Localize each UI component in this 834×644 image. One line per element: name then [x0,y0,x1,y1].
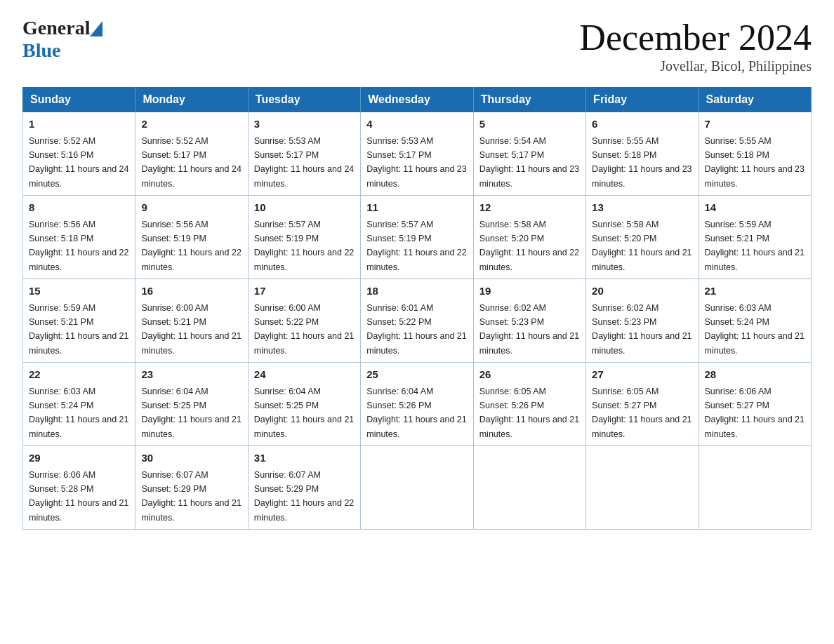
calendar-cell: 26 Sunrise: 6:05 AMSunset: 5:26 PMDaylig… [473,363,585,446]
calendar-cell: 10 Sunrise: 5:57 AMSunset: 5:19 PMDaylig… [248,196,360,279]
calendar-cell: 17 Sunrise: 6:00 AMSunset: 5:22 PMDaylig… [248,279,360,363]
day-number: 2 [141,116,241,133]
calendar-cell: 22 Sunrise: 6:03 AMSunset: 5:24 PMDaylig… [23,363,135,446]
day-info: Sunrise: 6:07 AMSunset: 5:29 PMDaylight:… [254,470,354,523]
day-number: 29 [29,450,129,467]
day-info: Sunrise: 5:57 AMSunset: 5:19 PMDaylight:… [366,220,466,272]
day-info: Sunrise: 5:58 AMSunset: 5:20 PMDaylight:… [592,220,691,272]
calendar-cell: 1 Sunrise: 5:52 AMSunset: 5:16 PMDayligh… [23,112,135,196]
calendar-cell [586,446,699,530]
calendar-cell [699,446,811,530]
day-number: 22 [29,367,129,383]
day-number: 15 [29,283,129,300]
day-info: Sunrise: 6:04 AMSunset: 5:25 PMDaylight:… [254,387,354,439]
column-header-wednesday: Wednesday [361,88,473,112]
calendar-cell: 9 Sunrise: 5:56 AMSunset: 5:19 PMDayligh… [135,196,248,279]
calendar-cell [473,446,585,530]
day-number: 23 [141,367,241,383]
day-info: Sunrise: 6:00 AMSunset: 5:21 PMDaylight:… [141,303,241,356]
day-info: Sunrise: 6:04 AMSunset: 5:26 PMDaylight:… [366,387,466,439]
day-number: 17 [254,283,355,300]
day-number: 28 [705,367,805,383]
day-info: Sunrise: 5:55 AMSunset: 5:18 PMDaylight:… [592,136,691,189]
day-number: 7 [705,116,805,133]
calendar-cell: 2 Sunrise: 5:52 AMSunset: 5:17 PMDayligh… [135,112,248,196]
day-number: 31 [254,450,355,467]
calendar-cell: 27 Sunrise: 6:05 AMSunset: 5:27 PMDaylig… [586,363,699,446]
calendar-cell: 23 Sunrise: 6:04 AMSunset: 5:25 PMDaylig… [135,363,248,446]
day-number: 5 [479,116,580,133]
day-number: 19 [479,283,580,300]
calendar-cell: 25 Sunrise: 6:04 AMSunset: 5:26 PMDaylig… [361,363,473,446]
day-info: Sunrise: 6:03 AMSunset: 5:24 PMDaylight:… [705,303,805,356]
calendar-cell: 24 Sunrise: 6:04 AMSunset: 5:25 PMDaylig… [248,363,360,446]
day-info: Sunrise: 5:56 AMSunset: 5:18 PMDaylight:… [29,220,128,272]
calendar-week-row: 1 Sunrise: 5:52 AMSunset: 5:16 PMDayligh… [23,112,812,196]
column-header-monday: Monday [135,88,248,112]
calendar-cell: 16 Sunrise: 6:00 AMSunset: 5:21 PMDaylig… [135,279,248,363]
calendar-cell: 15 Sunrise: 5:59 AMSunset: 5:21 PMDaylig… [23,279,135,363]
day-number: 12 [479,200,580,216]
calendar-week-row: 22 Sunrise: 6:03 AMSunset: 5:24 PMDaylig… [23,363,812,446]
calendar-cell: 6 Sunrise: 5:55 AMSunset: 5:18 PMDayligh… [586,112,699,196]
day-info: Sunrise: 5:59 AMSunset: 5:21 PMDaylight:… [705,220,805,272]
calendar-week-row: 29 Sunrise: 6:06 AMSunset: 5:28 PMDaylig… [23,446,812,530]
day-number: 25 [366,367,467,383]
day-info: Sunrise: 5:54 AMSunset: 5:17 PMDaylight:… [479,136,579,189]
day-info: Sunrise: 6:05 AMSunset: 5:26 PMDaylight:… [479,387,579,439]
day-info: Sunrise: 6:04 AMSunset: 5:25 PMDaylight:… [141,387,241,439]
calendar-week-row: 15 Sunrise: 5:59 AMSunset: 5:21 PMDaylig… [23,279,812,363]
day-info: Sunrise: 5:57 AMSunset: 5:19 PMDaylight:… [254,220,354,272]
day-number: 1 [29,116,129,133]
page-location: Jovellar, Bicol, Philippines [579,58,812,74]
logo-triangle-icon [90,21,102,36]
day-info: Sunrise: 5:53 AMSunset: 5:17 PMDaylight:… [254,136,354,189]
day-info: Sunrise: 6:06 AMSunset: 5:27 PMDaylight:… [705,387,805,439]
calendar-cell: 14 Sunrise: 5:59 AMSunset: 5:21 PMDaylig… [699,196,811,279]
calendar-cell: 3 Sunrise: 5:53 AMSunset: 5:17 PMDayligh… [248,112,360,196]
day-number: 20 [592,283,692,300]
calendar-cell [361,446,473,530]
calendar-cell: 19 Sunrise: 6:02 AMSunset: 5:23 PMDaylig… [473,279,585,363]
day-info: Sunrise: 6:05 AMSunset: 5:27 PMDaylight:… [592,387,691,439]
day-info: Sunrise: 6:06 AMSunset: 5:28 PMDaylight:… [29,470,128,523]
calendar-cell: 30 Sunrise: 6:07 AMSunset: 5:29 PMDaylig… [135,446,248,530]
calendar-cell: 7 Sunrise: 5:55 AMSunset: 5:18 PMDayligh… [699,112,811,196]
day-number: 18 [366,283,467,300]
column-header-sunday: Sunday [23,88,135,112]
day-info: Sunrise: 5:52 AMSunset: 5:16 PMDaylight:… [29,136,128,189]
calendar-header-row: SundayMondayTuesdayWednesdayThursdayFrid… [23,88,812,112]
day-info: Sunrise: 6:00 AMSunset: 5:22 PMDaylight:… [254,303,354,356]
column-header-thursday: Thursday [473,88,585,112]
day-number: 4 [366,116,467,133]
column-header-tuesday: Tuesday [248,88,360,112]
logo-blue: Blue [22,39,102,62]
day-info: Sunrise: 6:01 AMSunset: 5:22 PMDaylight:… [366,303,466,356]
day-info: Sunrise: 5:56 AMSunset: 5:19 PMDaylight:… [141,220,241,272]
day-info: Sunrise: 6:02 AMSunset: 5:23 PMDaylight:… [592,303,691,356]
day-number: 27 [592,367,692,383]
day-number: 26 [479,367,580,383]
calendar-cell: 31 Sunrise: 6:07 AMSunset: 5:29 PMDaylig… [248,446,360,530]
calendar-cell: 12 Sunrise: 5:58 AMSunset: 5:20 PMDaylig… [473,196,585,279]
day-number: 21 [705,283,805,300]
calendar-cell: 28 Sunrise: 6:06 AMSunset: 5:27 PMDaylig… [699,363,811,446]
calendar-table: SundayMondayTuesdayWednesdayThursdayFrid… [22,87,812,530]
column-header-friday: Friday [586,88,699,112]
calendar-cell: 21 Sunrise: 6:03 AMSunset: 5:24 PMDaylig… [699,279,811,363]
page-title: December 2024 [579,17,812,58]
calendar-cell: 5 Sunrise: 5:54 AMSunset: 5:17 PMDayligh… [473,112,585,196]
calendar-cell: 4 Sunrise: 5:53 AMSunset: 5:17 PMDayligh… [361,112,473,196]
calendar-cell: 13 Sunrise: 5:58 AMSunset: 5:20 PMDaylig… [586,196,699,279]
calendar-cell: 18 Sunrise: 6:01 AMSunset: 5:22 PMDaylig… [361,279,473,363]
day-number: 10 [254,200,355,216]
day-number: 3 [254,116,355,133]
calendar-week-row: 8 Sunrise: 5:56 AMSunset: 5:18 PMDayligh… [23,196,812,279]
day-info: Sunrise: 6:02 AMSunset: 5:23 PMDaylight:… [479,303,579,356]
day-number: 30 [141,450,241,467]
day-info: Sunrise: 5:58 AMSunset: 5:20 PMDaylight:… [479,220,579,272]
day-number: 16 [141,283,241,300]
column-header-saturday: Saturday [699,88,811,112]
day-info: Sunrise: 6:03 AMSunset: 5:24 PMDaylight:… [29,387,128,439]
calendar-cell: 8 Sunrise: 5:56 AMSunset: 5:18 PMDayligh… [23,196,135,279]
